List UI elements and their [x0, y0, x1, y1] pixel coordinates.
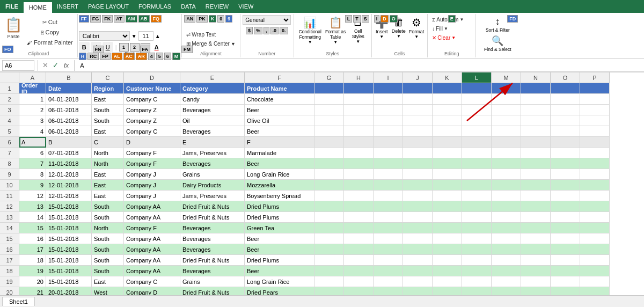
cell[interactable] — [433, 255, 462, 266]
cell[interactable] — [462, 148, 492, 158]
cell[interactable]: 21 — [19, 287, 46, 295]
cell[interactable]: Beverages — [180, 223, 245, 233]
row-number[interactable]: 1 — [0, 83, 19, 94]
cell[interactable] — [521, 244, 551, 255]
cell[interactable] — [551, 255, 580, 266]
cell[interactable] — [521, 169, 551, 180]
cell[interactable] — [344, 244, 374, 255]
cell[interactable] — [403, 287, 433, 295]
cell[interactable]: 1 — [19, 94, 46, 105]
cell[interactable] — [403, 105, 433, 115]
cell[interactable] — [521, 137, 551, 148]
cell[interactable] — [551, 212, 580, 223]
cell[interactable]: 04-01-2018 — [46, 94, 92, 105]
cell[interactable] — [314, 105, 344, 115]
cell[interactable]: 4 — [19, 126, 46, 137]
cell[interactable] — [551, 158, 580, 169]
cell[interactable] — [374, 223, 403, 233]
cell[interactable] — [403, 212, 433, 223]
cell[interactable]: 7 — [19, 158, 46, 169]
cell[interactable] — [492, 223, 521, 233]
cell[interactable] — [314, 158, 344, 169]
cell[interactable] — [580, 244, 610, 255]
cell[interactable]: 17 — [19, 244, 46, 255]
badge-fd[interactable]: FD — [507, 15, 518, 23]
badge-fo[interactable]: FO — [2, 46, 13, 53]
cell[interactable]: Beverages — [180, 158, 245, 169]
badge-fg[interactable]: FG — [90, 15, 101, 23]
cell[interactable] — [492, 158, 521, 169]
row-number[interactable]: 7 — [0, 148, 19, 158]
cell[interactable] — [521, 212, 551, 223]
cell[interactable]: North — [92, 158, 124, 169]
badge-9[interactable]: 9 — [225, 15, 232, 23]
cell[interactable] — [314, 126, 344, 137]
cell[interactable] — [344, 83, 374, 94]
cell[interactable]: Green Tea — [245, 223, 314, 233]
cell[interactable]: North — [92, 148, 124, 158]
cell[interactable]: Oil — [180, 115, 245, 126]
cell[interactable]: Candy — [180, 94, 245, 105]
cell[interactable] — [551, 201, 580, 212]
cell[interactable]: Beverages — [180, 266, 245, 276]
cell[interactable] — [374, 126, 403, 137]
cell[interactable]: Long Grain Rice — [245, 169, 314, 180]
cell[interactable] — [344, 287, 374, 295]
badge-an[interactable]: AN — [184, 15, 195, 23]
cell[interactable] — [374, 94, 403, 105]
enter-icon[interactable]: ✓ — [52, 60, 60, 70]
cell[interactable]: Olive Oil — [245, 115, 314, 126]
cell[interactable] — [580, 287, 610, 295]
cell[interactable] — [521, 233, 551, 244]
cell[interactable] — [433, 105, 462, 115]
cell[interactable]: 16 — [19, 233, 46, 244]
cell[interactable] — [580, 212, 610, 223]
cell[interactable] — [433, 233, 462, 244]
row-number[interactable]: 2 — [0, 94, 19, 105]
cell[interactable]: South — [92, 244, 124, 255]
cell[interactable] — [403, 276, 433, 287]
cell[interactable] — [462, 244, 492, 255]
badge-l[interactable]: L — [345, 15, 353, 23]
cell[interactable]: Dried Fruit & Nuts — [180, 255, 245, 266]
format-table-dropdown[interactable]: ▼ — [333, 40, 338, 45]
name-box[interactable] — [2, 60, 34, 71]
cell[interactable] — [433, 287, 462, 295]
badge-comma[interactable]: , — [264, 27, 269, 34]
cell[interactable] — [492, 105, 521, 115]
conditional-formatting-dropdown[interactable]: ▼ — [308, 40, 312, 45]
cell[interactable] — [580, 169, 610, 180]
badge-ff[interactable]: FF — [79, 15, 89, 23]
col-header-B[interactable]: B — [46, 72, 92, 83]
cell[interactable] — [551, 266, 580, 276]
cell[interactable]: Category — [180, 83, 245, 94]
cell[interactable]: 12 — [19, 191, 46, 201]
cell[interactable] — [551, 276, 580, 287]
cell[interactable]: 15-01-2018 — [46, 276, 92, 287]
cell[interactable] — [521, 94, 551, 105]
cell[interactable] — [403, 233, 433, 244]
cell[interactable]: 3 — [19, 115, 46, 126]
cell[interactable] — [403, 180, 433, 191]
cancel-icon[interactable]: ✕ — [41, 60, 49, 70]
cell[interactable]: 13 — [19, 201, 46, 212]
tab-page-layout[interactable]: PAGE LAYOUT — [83, 0, 134, 13]
cell[interactable] — [314, 287, 344, 295]
cell[interactable]: Company AA — [124, 266, 180, 276]
cell[interactable]: Beverages — [180, 126, 245, 137]
cell[interactable] — [344, 212, 374, 223]
cell[interactable]: East — [92, 276, 124, 287]
badge-ab[interactable]: AB — [138, 15, 150, 23]
clear-dropdown-icon[interactable]: ▼ — [451, 35, 456, 40]
row-number[interactable]: 13 — [0, 212, 19, 223]
cell[interactable]: Beverages — [180, 244, 245, 255]
tab-home[interactable]: HOME — [24, 1, 52, 13]
cell[interactable] — [521, 83, 551, 94]
cell[interactable] — [344, 115, 374, 126]
cell[interactable] — [403, 255, 433, 266]
cell[interactable]: Product Name — [245, 83, 314, 94]
cell[interactable] — [551, 94, 580, 105]
cell[interactable] — [521, 287, 551, 295]
cell[interactable] — [580, 137, 610, 148]
find-select-button[interactable]: 🔍 Find & Select — [483, 34, 513, 53]
